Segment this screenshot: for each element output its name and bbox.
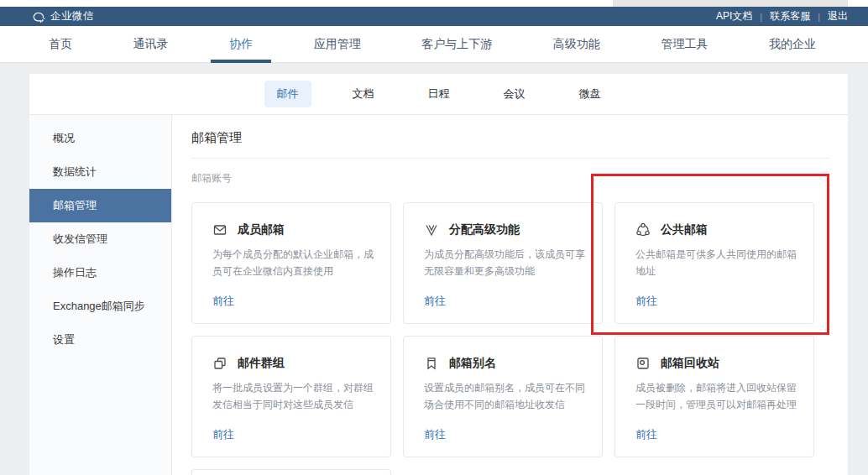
content-area: 邮箱管理 邮箱账号 成员邮箱 为每个成员分配的默认企业邮箱，成员可在企业微信内直…: [172, 115, 848, 475]
share-network-icon: [635, 222, 651, 238]
card-title: 邮箱回收站: [661, 356, 719, 371]
sidebar-item-operation-log[interactable]: 操作日志: [29, 256, 171, 290]
go-link[interactable]: 前往: [635, 427, 798, 442]
section-label: 邮箱账号: [191, 171, 829, 185]
subtab-calendar[interactable]: 日程: [416, 81, 463, 107]
overlap-squares-icon: [212, 356, 227, 371]
card-title: 邮箱别名: [449, 356, 496, 371]
sidebar-item-settings[interactable]: 设置: [29, 323, 171, 357]
nav-tab-app-management[interactable]: 应用管理: [314, 26, 361, 63]
panel-body: 概况 数据统计 邮箱管理 收发信管理 操作日志 Exchange邮箱同步 设置 …: [29, 115, 848, 475]
card-title: 公共邮箱: [661, 222, 708, 238]
card-description: 为每个成员分配的默认企业邮箱，成员可在企业微信内直接使用: [212, 246, 375, 279]
nav-tab-contacts[interactable]: 通讯录: [133, 26, 169, 63]
go-link[interactable]: 前往: [212, 427, 375, 442]
card-description: 设置成员的邮箱别名，成员可在不同场合使用不同的邮箱地址收发信: [424, 379, 587, 413]
card-public-mailbox[interactable]: 公共邮箱 公共邮箱是可供多人共同使用的邮箱地址 前往: [614, 202, 814, 324]
go-link[interactable]: 前往: [635, 294, 798, 309]
divider: |: [818, 12, 820, 22]
card-grid: 成员邮箱 为每个成员分配的默认企业邮箱，成员可在企业微信内直接使用 前往 分配高…: [191, 202, 829, 457]
nav-tab-my-company[interactable]: 我的企业: [769, 26, 816, 63]
partial-card-next-row[interactable]: [191, 469, 391, 475]
card-title: 邮件群组: [238, 356, 285, 371]
subtab-drive[interactable]: 微盘: [567, 81, 614, 107]
subtab-meeting[interactable]: 会议: [491, 81, 538, 107]
nav-tab-admin-tools[interactable]: 管理工具: [661, 26, 708, 63]
nav-tab-advanced-features[interactable]: 高级功能: [553, 26, 600, 63]
card-description: 成员被删除，邮箱将进入回收站保留一段时间，管理员可以对邮箱再处理: [635, 379, 798, 413]
sidebar-item-statistics[interactable]: 数据统计: [29, 155, 171, 189]
card-description: 公共邮箱是可供多人共同使用的邮箱地址: [635, 246, 798, 279]
card-mailbox-alias[interactable]: 邮箱别名 设置成员的邮箱别名，成员可在不同场合使用不同的邮箱地址收发信 前往: [403, 336, 603, 457]
card-mailbox-recycle-bin[interactable]: 邮箱回收站 成员被删除，邮箱将进入回收站保留一段时间，管理员可以对邮箱再处理 前…: [614, 336, 814, 457]
go-link[interactable]: 前往: [212, 294, 375, 309]
card-head: 分配高级功能: [424, 222, 587, 238]
subtab-docs[interactable]: 文档: [340, 81, 387, 107]
card-assign-premium[interactable]: 分配高级功能 为成员分配高级功能后，该成员可享无限容量和更多高级功能 前往: [403, 202, 603, 324]
bookmark-icon: [424, 356, 439, 371]
card-head: 成员邮箱: [212, 222, 375, 238]
card-description: 将一批成员设置为一个群组，对群组发信相当于同时对这些成员发信: [212, 379, 375, 413]
subtab-mail[interactable]: 邮件: [264, 81, 311, 107]
go-link[interactable]: 前往: [424, 427, 587, 442]
nav-tab-collaboration[interactable]: 协作: [229, 26, 253, 63]
sidebar-item-exchange-sync[interactable]: Exchange邮箱同步: [29, 290, 171, 323]
top-app-bar: 企业微信 API文档 | 联系客服 | 退出: [0, 7, 868, 26]
card-head: 邮箱回收站: [635, 356, 798, 371]
card-head: 公共邮箱: [635, 222, 798, 238]
sidebar-item-mailbox-management[interactable]: 邮箱管理: [29, 189, 171, 222]
topbar-links: API文档 | 联系客服 | 退出: [716, 9, 848, 23]
app-logo-text: 企业微信: [50, 9, 94, 23]
collaboration-subnav: 邮件 文档 日程 会议 微盘: [29, 74, 848, 115]
top-strip-gray-segment: [613, 0, 848, 7]
logout-link[interactable]: 退出: [828, 9, 848, 23]
wechat-work-bubble-icon: [32, 11, 45, 23]
app-logo: 企业微信: [32, 9, 94, 23]
v-badge-icon: [424, 222, 439, 238]
sidebar-item-overview[interactable]: 概况: [29, 122, 171, 155]
contact-support-link[interactable]: 联系客服: [770, 9, 810, 23]
card-description: 为成员分配高级功能后，该成员可享无限容量和更多高级功能: [424, 246, 587, 279]
divider: |: [760, 12, 762, 22]
main-nav: 首页 通讯录 协作 应用管理 客户与上下游 高级功能 管理工具 我的企业: [0, 26, 868, 63]
main-panel: 邮件 文档 日程 会议 微盘 概况 数据统计 邮箱管理 收发信管理 操作日志 E…: [29, 74, 848, 475]
card-head: 邮箱别名: [424, 356, 587, 371]
envelope-icon: [212, 222, 227, 238]
go-link[interactable]: 前往: [424, 294, 587, 309]
card-mail-group[interactable]: 邮件群组 将一批成员设置为一个群组，对群组发信相当于同时对这些成员发信 前往: [191, 336, 391, 457]
card-title: 分配高级功能: [449, 222, 520, 238]
sidebar: 概况 数据统计 邮箱管理 收发信管理 操作日志 Exchange邮箱同步 设置: [29, 115, 172, 475]
api-doc-link[interactable]: API文档: [716, 9, 752, 23]
sidebar-item-send-receive[interactable]: 收发信管理: [29, 222, 171, 256]
recycle-bin-icon: [635, 356, 651, 371]
page-title: 邮箱管理: [191, 128, 829, 159]
nav-tab-home[interactable]: 首页: [49, 26, 72, 63]
window-top-strip: [0, 0, 868, 7]
card-title: 成员邮箱: [238, 222, 285, 238]
card-head: 邮件群组: [212, 356, 375, 371]
nav-tab-customers[interactable]: 客户与上下游: [421, 26, 492, 63]
card-member-mailbox[interactable]: 成员邮箱 为每个成员分配的默认企业邮箱，成员可在企业微信内直接使用 前往: [191, 202, 391, 324]
